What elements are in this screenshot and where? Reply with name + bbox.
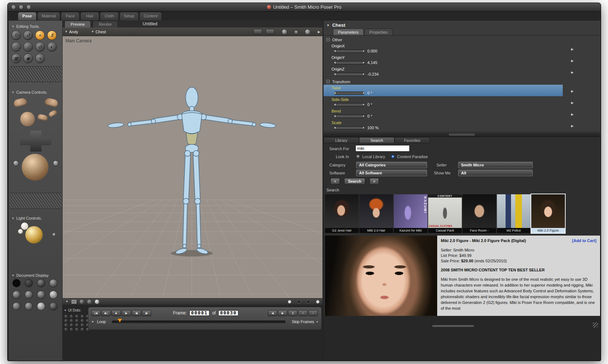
- add-keyframe-button[interactable]: +: [298, 310, 308, 316]
- tab-cloth[interactable]: Cloth: [100, 12, 119, 20]
- tab-material[interactable]: Material: [37, 12, 60, 20]
- software-select[interactable]: All Software: [356, 170, 427, 176]
- seller-select[interactable]: Smith Micro: [458, 162, 533, 168]
- translate-inout-tool-button[interactable]: ⇕: [47, 30, 57, 40]
- param-label[interactable]: Side-Side: [332, 97, 600, 102]
- ui-dot[interactable]: [75, 323, 78, 326]
- ui-dot[interactable]: [81, 319, 84, 322]
- result-thumb-g2-jessi-hair[interactable]: G2 Jessi Hair: [325, 194, 359, 233]
- param-dial[interactable]: [334, 103, 364, 106]
- param-value[interactable]: 0 °: [367, 102, 372, 107]
- ui-dot[interactable]: [81, 323, 84, 326]
- tab-parameters[interactable]: Parameters: [333, 29, 364, 35]
- light-create-icon[interactable]: ☀: [52, 232, 56, 237]
- ui-dot[interactable]: [81, 315, 84, 318]
- lit-preview-ball[interactable]: [95, 300, 99, 304]
- param-menu-arrow[interactable]: ▶: [571, 71, 574, 74]
- param-value[interactable]: 0.000: [367, 49, 377, 53]
- light-controls-header[interactable]: ▼Light Controls.: [12, 216, 42, 220]
- ui-dot[interactable]: [64, 315, 67, 318]
- result-thumb-m2-police[interactable]: M2 Police: [497, 194, 531, 233]
- camera-compare-button[interactable]: [266, 29, 274, 34]
- display-style-dot-2[interactable]: [297, 300, 301, 304]
- twist-tool-button[interactable]: ↺: [23, 30, 33, 40]
- param-menu-arrow[interactable]: ▶: [571, 59, 574, 63]
- tab-face[interactable]: Face: [61, 12, 80, 20]
- ui-dots-header[interactable]: ▼UI Dots:: [63, 308, 86, 312]
- texture-toggle-ball[interactable]: [87, 300, 92, 304]
- param-label[interactable]: Scale: [332, 120, 600, 125]
- param-dial[interactable]: [334, 115, 364, 118]
- document-display-header[interactable]: ▼Document Display: [12, 273, 48, 278]
- timeline-scrubber[interactable]: [112, 321, 286, 323]
- loop-toggle[interactable]: [91, 320, 94, 323]
- content-paradise-label[interactable]: Content Paradise: [397, 155, 428, 159]
- collapse-icon[interactable]: [326, 38, 330, 41]
- editing-tools-header[interactable]: ▼Editing Tools.: [12, 24, 40, 29]
- scrubber-handle[interactable]: [118, 319, 122, 325]
- right-hand-camera-icon[interactable]: [48, 109, 58, 118]
- camera-roll-ball-right[interactable]: [53, 160, 59, 166]
- camera-name-label[interactable]: Main Camera: [66, 38, 92, 43]
- figure-menu[interactable]: ▼Andy: [65, 30, 78, 34]
- display-style-outline[interactable]: [25, 279, 33, 287]
- shadow-toggle-ball[interactable]: [80, 300, 84, 304]
- ui-dot[interactable]: [70, 328, 73, 331]
- param-label[interactable]: OriginY: [332, 55, 600, 60]
- show-me-select[interactable]: All: [458, 170, 533, 176]
- delete-keyframe-button[interactable]: −: [308, 310, 318, 316]
- rotate-tool-button[interactable]: ↻: [11, 30, 21, 40]
- tracking-ball-icon[interactable]: [282, 29, 287, 35]
- ui-dot[interactable]: [81, 328, 84, 331]
- first-frame-button[interactable]: |◀: [91, 310, 101, 316]
- light-indicator-2[interactable]: [18, 229, 23, 234]
- param-dial[interactable]: [334, 61, 364, 64]
- camera-trackball[interactable]: [22, 154, 48, 181]
- param-menu-arrow[interactable]: ▶: [571, 101, 574, 105]
- tab-search[interactable]: Search: [359, 137, 394, 143]
- keyframe-button[interactable]: ⚷: [288, 310, 297, 316]
- hand-tool-icon[interactable]: [305, 29, 311, 35]
- panel-expand-arrow[interactable]: ▶: [318, 30, 320, 34]
- display-style-flat-shaded[interactable]: [25, 291, 33, 299]
- translate-tool-button[interactable]: +: [35, 30, 45, 40]
- skip-frames-control[interactable]: Skip Frames▼: [292, 319, 318, 324]
- result-thumb-miki-hair[interactable]: Miki 2.0 Hair: [359, 194, 393, 233]
- display-style-smooth-shaded[interactable]: [12, 302, 21, 310]
- display-style-lit-wireframe[interactable]: [12, 291, 21, 299]
- ui-dot[interactable]: [64, 328, 67, 331]
- axis-rotation-icon[interactable]: [293, 29, 299, 35]
- left-hand-camera-icon[interactable]: [37, 114, 48, 121]
- result-thumb-miki-figure[interactable]: Miki 2.0 Figure: [531, 194, 565, 233]
- search-button[interactable]: Search: [344, 178, 365, 185]
- prev-frame-button[interactable]: ◀|: [132, 310, 141, 316]
- display-style-smooth-lined[interactable]: [25, 302, 33, 310]
- param-value[interactable]: 0 °: [367, 114, 372, 118]
- camera-roll-ball-left[interactable]: [13, 160, 19, 166]
- param-label[interactable]: Bend: [332, 109, 600, 113]
- view-magnifier-tool-button[interactable]: ◉: [23, 54, 33, 63]
- horizontal-scrollbar[interactable]: [432, 325, 474, 327]
- display-style-flat-lined[interactable]: [37, 291, 45, 299]
- total-frames-field[interactable]: 00030: [218, 310, 238, 316]
- step-forward-button[interactable]: ▶: [278, 310, 287, 316]
- flyout-icon[interactable]: ▼: [66, 300, 68, 303]
- tab-favorites[interactable]: Favorites: [394, 137, 430, 143]
- selected-part-header[interactable]: ▼Chest: [324, 21, 600, 29]
- result-thumb-casual-pack[interactable]: CONTENTCASUAL CLOTHES Casual Pack: [428, 194, 462, 233]
- resize-grip[interactable]: [593, 322, 598, 328]
- chain-break-tool-button[interactable]: ⊘: [35, 42, 45, 52]
- ui-dot[interactable]: [64, 319, 67, 322]
- panel-splitter[interactable]: [323, 132, 601, 137]
- param-menu-arrow[interactable]: ▶: [571, 124, 574, 128]
- camera-dolly-crosspad[interactable]: [20, 131, 51, 152]
- camera-hand-left-icon[interactable]: [13, 97, 28, 107]
- tab-setup[interactable]: Setup: [119, 12, 139, 20]
- prev-page-button[interactable]: <: [330, 178, 340, 185]
- stop-button[interactable]: ■: [111, 310, 121, 316]
- param-menu-arrow[interactable]: ▶: [571, 113, 574, 116]
- ui-dot[interactable]: [75, 315, 78, 318]
- camera-view-button[interactable]: [253, 29, 262, 34]
- param-dial[interactable]: [334, 126, 364, 130]
- param-menu-arrow[interactable]: ▶: [571, 47, 574, 51]
